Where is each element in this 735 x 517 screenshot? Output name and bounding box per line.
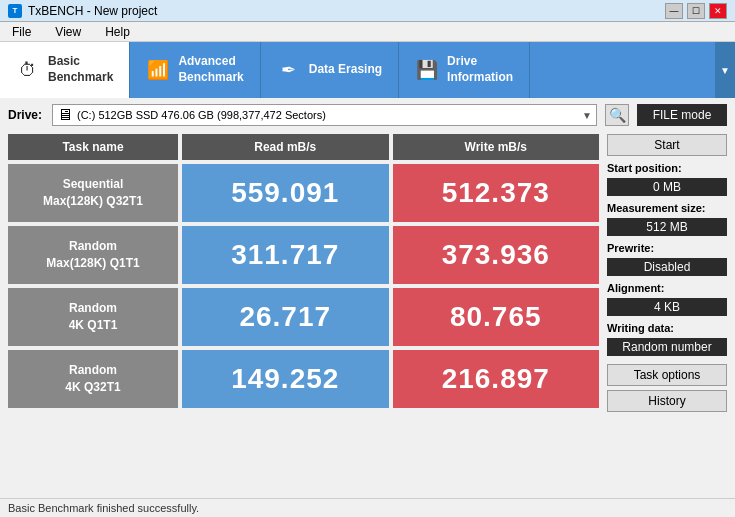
status-bar: Basic Benchmark finished successfully. [0,498,735,517]
col-header-write: Write mB/s [393,134,600,160]
table-row: Random 4K Q1T1 26.717 80.765 [8,288,599,346]
prewrite-label: Prewrite: [607,242,727,254]
basic-benchmark-icon: ⏱ [16,58,40,82]
menu-bar: File View Help [0,22,735,42]
col-header-task: Task name [8,134,178,160]
window-title: TxBENCH - New project [28,4,157,18]
tab-drive-information[interactable]: 💾 DriveInformation [399,42,530,98]
row-write-2: 80.765 [393,288,600,346]
table-row: Random Max(128K) Q1T1 311.717 373.936 [8,226,599,284]
tab-data-erasing[interactable]: ✒ Data Erasing [261,42,399,98]
status-text: Basic Benchmark finished successfully. [8,502,199,514]
row-label-2: Random 4K Q1T1 [8,288,178,346]
file-mode-button[interactable]: FILE mode [637,104,727,126]
tab-data-erasing-label: Data Erasing [309,62,382,78]
row-read-0: 559.091 [182,164,389,222]
row-label-1: Random Max(128K) Q1T1 [8,226,178,284]
table-row: Random 4K Q32T1 149.252 216.897 [8,350,599,408]
row-label-0: Sequential Max(128K) Q32T1 [8,164,178,222]
drive-select-icon: 🖥 [57,106,73,124]
data-erasing-icon: ✒ [277,58,301,82]
writing-data-label: Writing data: [607,322,727,334]
app-icon: T [8,4,22,18]
drive-select-value: (C:) 512GB SSD 476.06 GB (998,377,472 Se… [77,109,326,121]
alignment-value: 4 KB [607,298,727,316]
drive-label: Drive: [8,108,44,122]
drive-refresh-button[interactable]: 🔍 [605,104,629,126]
row-write-1: 373.936 [393,226,600,284]
writing-data-value: Random number [607,338,727,356]
row-read-1: 311.717 [182,226,389,284]
title-bar: T TxBENCH - New project — ☐ ✕ [0,0,735,22]
benchmark-table: Task name Read mB/s Write mB/s Sequentia… [8,134,599,412]
dropdown-arrow-icon: ▼ [720,65,730,76]
col-header-read: Read mB/s [182,134,389,160]
start-button[interactable]: Start [607,134,727,156]
measurement-size-value: 512 MB [607,218,727,236]
start-position-label: Start position: [607,162,727,174]
row-read-2: 26.717 [182,288,389,346]
table-header: Task name Read mB/s Write mB/s [8,134,599,160]
main-area: Drive: 🖥 (C:) 512GB SSD 476.06 GB (998,3… [0,98,735,517]
tab-basic-benchmark-label: BasicBenchmark [48,54,113,85]
close-button[interactable]: ✕ [709,3,727,19]
toolbar-dropdown[interactable]: ▼ [715,42,735,98]
minimize-button[interactable]: — [665,3,683,19]
alignment-label: Alignment: [607,282,727,294]
refresh-icon: 🔍 [609,107,626,123]
menu-help[interactable]: Help [97,23,138,41]
start-position-value: 0 MB [607,178,727,196]
tab-basic-benchmark[interactable]: ⏱ BasicBenchmark [0,42,130,98]
drive-select[interactable]: 🖥 (C:) 512GB SSD 476.06 GB (998,377,472 … [52,104,597,126]
advanced-benchmark-icon: 📶 [146,58,170,82]
menu-file[interactable]: File [4,23,39,41]
menu-view[interactable]: View [47,23,89,41]
benchmark-area: Task name Read mB/s Write mB/s Sequentia… [8,134,727,412]
toolbar: ⏱ BasicBenchmark 📶 AdvancedBenchmark ✒ D… [0,42,735,98]
table-row: Sequential Max(128K) Q32T1 559.091 512.3… [8,164,599,222]
maximize-button[interactable]: ☐ [687,3,705,19]
row-write-3: 216.897 [393,350,600,408]
tab-advanced-benchmark-label: AdvancedBenchmark [178,54,243,85]
right-panel: Start Start position: 0 MB Measurement s… [607,134,727,412]
measurement-size-label: Measurement size: [607,202,727,214]
drive-information-icon: 💾 [415,58,439,82]
task-options-button[interactable]: Task options [607,364,727,386]
drive-select-arrow-icon: ▼ [582,110,592,121]
drive-row: Drive: 🖥 (C:) 512GB SSD 476.06 GB (998,3… [8,104,727,126]
prewrite-value: Disabled [607,258,727,276]
row-read-3: 149.252 [182,350,389,408]
history-button[interactable]: History [607,390,727,412]
tab-drive-information-label: DriveInformation [447,54,513,85]
row-write-0: 512.373 [393,164,600,222]
row-label-3: Random 4K Q32T1 [8,350,178,408]
tab-advanced-benchmark[interactable]: 📶 AdvancedBenchmark [130,42,260,98]
